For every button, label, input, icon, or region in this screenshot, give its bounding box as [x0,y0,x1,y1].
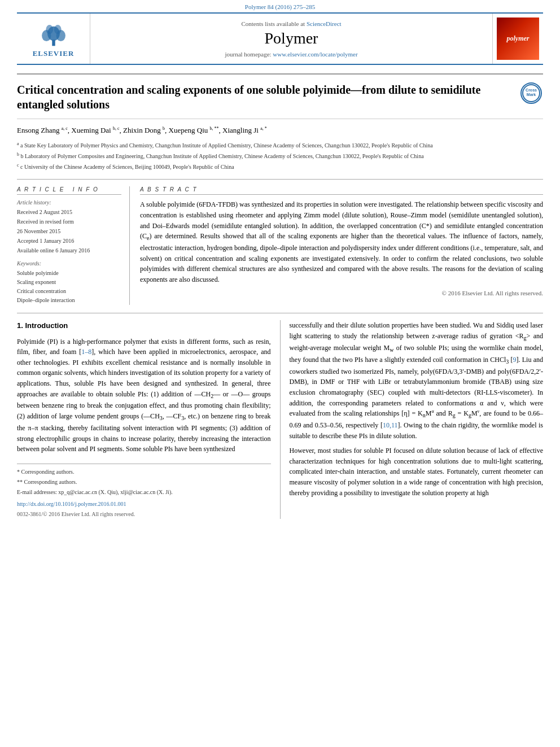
doi-bottom[interactable]: http://dx.doi.org/10.1016/j.polymer.2016… [17,500,271,509]
keyword-3: Critical concentration [17,287,121,296]
footnote-star: * Corresponding authors. [17,468,271,476]
keywords-section: Keywords: Soluble polyimide Scaling expo… [17,260,121,305]
footnote-email: E-mail addresses: xp_q@ciac.ac.cn (X. Qi… [17,488,271,496]
affil-a: a a State Key Laboratory of Polymer Phys… [17,141,543,150]
keyword-2: Scaling exponent [17,278,121,287]
doi-bar: Polymer 84 (2016) 275–285 [0,0,560,12]
elsevier-logo: ELSEVIER [33,19,75,58]
svg-point-5 [54,25,61,34]
crossmark-icon: Cross Mark [520,82,542,104]
affiliations: a a State Key Laboratory of Polymer Phys… [17,141,543,172]
body-left-col: 1. Introduction Polyimide (PI) is a high… [17,320,271,518]
abstract-heading: A B S T R A C T [140,186,543,195]
journal-header: ELSEVIER Contents lists available at Sci… [17,12,543,65]
svg-text:Cross: Cross [526,88,537,92]
elsevier-brand-text: ELSEVIER [33,49,75,58]
column-divider [280,320,281,518]
elsevier-tree-icon [37,19,71,47]
right-para-2: However, most studies for soluble PI foc… [290,445,544,498]
svg-text:Mark: Mark [527,93,536,97]
journal-homepage: journal homepage: www.elsevier.com/locat… [225,51,357,58]
accepted-date: Accepted 1 January 2016 [17,237,121,245]
polymer-logo: polymer [497,18,539,60]
intro-para-1: Polyimide (PI) is a high-performance pol… [17,337,271,455]
received-date: Received 2 August 2015 [17,208,121,216]
contents-text: Contents lists available at [241,20,305,27]
article-body: Critical concentration and scaling expon… [0,65,560,530]
info-abstract-section: A R T I C L E I N F O Article history: R… [17,179,543,305]
polymer-logo-area: polymer [492,14,543,64]
revised-label: Received in revised form [17,217,121,226]
polymer-logo-text: polymer [507,34,530,43]
abstract-copyright: © 2016 Elsevier Ltd. All rights reserved… [140,290,543,296]
authors-line: Ensong Zhang a, c, Xueming Dai b, c, Zhi… [17,125,543,136]
elsevier-logo-area: ELSEVIER [17,14,90,64]
revised-date: 26 November 2015 [17,227,121,235]
sciencedirect-line: Contents lists available at ScienceDirec… [241,20,341,27]
footnote-area: * Corresponding authors. ** Correspondin… [17,464,271,519]
intro-section-title: 1. Introduction [17,320,271,331]
affil-c: c c University of the Chinese Academy of… [17,162,543,171]
abstract-text: A soluble polyimide (6FDA-TFDB) was synt… [140,199,543,285]
bottom-copyright: 0032-3861/© 2016 Elsevier Ltd. All right… [17,510,271,519]
keyword-4: Dipole–dipole interaction [17,296,121,305]
article-title-section: Critical concentration and scaling expon… [17,73,543,119]
right-para-1: successfully and their dilute solution p… [290,320,544,441]
journal-title: Polymer [265,29,318,47]
abstract-col: A B S T R A C T A soluble polyimide (6FD… [140,186,543,305]
keyword-1: Soluble polyimide [17,269,121,278]
page-wrapper: Polymer 84 (2016) 275–285 ELSEVIER Conte… [0,0,560,530]
body-right-col: successfully and their dilute solution p… [290,320,544,518]
crossmark-badge: Cross Mark [520,82,543,105]
main-body: 1. Introduction Polyimide (PI) is a high… [17,313,543,518]
history-heading: Article history: [17,199,121,206]
svg-point-4 [46,25,53,34]
article-info-heading: A R T I C L E I N F O [17,186,121,195]
journal-header-center: Contents lists available at ScienceDirec… [90,14,492,64]
footnote-double-star: ** Corresponding authors. [17,478,271,486]
sciencedirect-link[interactable]: ScienceDirect [307,20,342,27]
affil-b: b b Laboratory of Polymer Composites and… [17,151,543,160]
doi-text: Polymer 84 (2016) 275–285 [245,3,315,10]
available-date: Available online 6 January 2016 [17,246,121,255]
keywords-heading: Keywords: [17,260,121,267]
journal-url[interactable]: www.elsevier.com/locate/polymer [273,51,357,58]
article-title: Critical concentration and scaling expon… [17,82,520,112]
article-info-col: A R T I C L E I N F O Article history: R… [17,186,130,305]
